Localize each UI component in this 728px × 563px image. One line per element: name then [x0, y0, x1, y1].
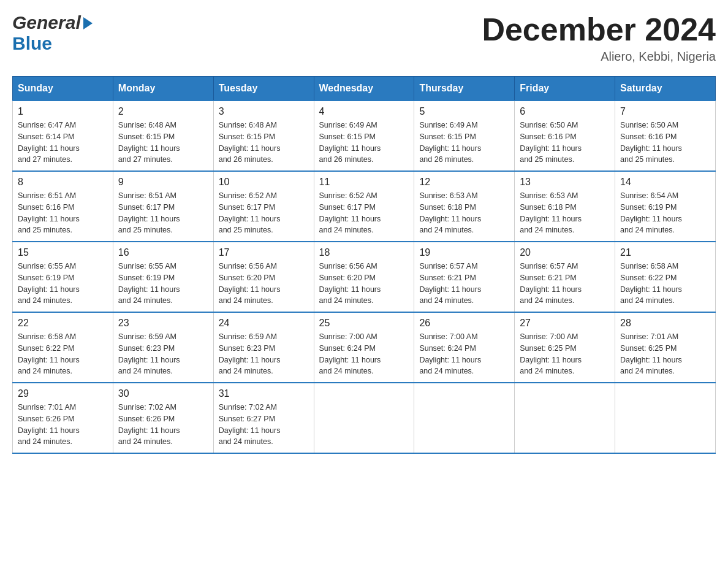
- day-info: Sunrise: 6:55 AM Sunset: 6:19 PM Dayligh…: [118, 261, 208, 307]
- day-info: Sunrise: 6:52 AM Sunset: 6:17 PM Dayligh…: [319, 190, 409, 236]
- calendar-week-row: 29 Sunrise: 7:01 AM Sunset: 6:26 PM Dayl…: [13, 383, 716, 453]
- day-number: 19: [419, 247, 509, 258]
- day-info: Sunrise: 6:54 AM Sunset: 6:19 PM Dayligh…: [620, 190, 710, 236]
- day-number: 10: [219, 177, 309, 188]
- day-number: 6: [520, 106, 610, 117]
- calendar-week-row: 15 Sunrise: 6:55 AM Sunset: 6:19 PM Dayl…: [13, 242, 716, 312]
- day-number: 28: [620, 318, 710, 329]
- header-thursday: Thursday: [414, 77, 515, 101]
- day-number: 5: [419, 106, 509, 117]
- table-row: 17 Sunrise: 6:56 AM Sunset: 6:20 PM Dayl…: [213, 242, 314, 312]
- day-info: Sunrise: 6:58 AM Sunset: 6:22 PM Dayligh…: [18, 331, 108, 377]
- table-row: 24 Sunrise: 6:59 AM Sunset: 6:23 PM Dayl…: [213, 312, 314, 383]
- day-number: 16: [118, 247, 208, 258]
- table-row: [515, 383, 615, 453]
- day-info: Sunrise: 6:51 AM Sunset: 6:16 PM Dayligh…: [18, 190, 108, 236]
- day-info: Sunrise: 6:52 AM Sunset: 6:17 PM Dayligh…: [219, 190, 309, 236]
- table-row: 18 Sunrise: 6:56 AM Sunset: 6:20 PM Dayl…: [314, 242, 414, 312]
- title-area: December 2024 Aliero, Kebbi, Nigeria: [482, 12, 716, 64]
- calendar-table: Sunday Monday Tuesday Wednesday Thursday…: [12, 76, 716, 454]
- day-number: 23: [118, 318, 208, 329]
- day-info: Sunrise: 6:58 AM Sunset: 6:22 PM Dayligh…: [620, 261, 710, 307]
- weekday-header-row: Sunday Monday Tuesday Wednesday Thursday…: [13, 77, 716, 101]
- day-info: Sunrise: 6:59 AM Sunset: 6:23 PM Dayligh…: [219, 331, 309, 377]
- logo: General Blue: [12, 12, 93, 54]
- day-number: 4: [319, 106, 409, 117]
- day-number: 20: [520, 247, 610, 258]
- table-row: 6 Sunrise: 6:50 AM Sunset: 6:16 PM Dayli…: [515, 101, 615, 171]
- month-title: December 2024: [482, 12, 716, 47]
- day-number: 9: [118, 177, 208, 188]
- day-number: 22: [18, 318, 108, 329]
- day-info: Sunrise: 6:56 AM Sunset: 6:20 PM Dayligh…: [319, 261, 409, 307]
- day-number: 24: [219, 318, 309, 329]
- table-row: 2 Sunrise: 6:48 AM Sunset: 6:15 PM Dayli…: [113, 101, 213, 171]
- table-row: [615, 383, 716, 453]
- location: Aliero, Kebbi, Nigeria: [482, 50, 716, 64]
- logo-general-text: General: [12, 12, 81, 33]
- table-row: 27 Sunrise: 7:00 AM Sunset: 6:25 PM Dayl…: [515, 312, 615, 383]
- header-wednesday: Wednesday: [314, 77, 414, 101]
- table-row: 10 Sunrise: 6:52 AM Sunset: 6:17 PM Dayl…: [213, 171, 314, 242]
- day-info: Sunrise: 6:57 AM Sunset: 6:21 PM Dayligh…: [520, 261, 610, 307]
- day-info: Sunrise: 6:51 AM Sunset: 6:17 PM Dayligh…: [118, 190, 208, 236]
- day-info: Sunrise: 7:00 AM Sunset: 6:24 PM Dayligh…: [419, 331, 509, 377]
- day-number: 7: [620, 106, 710, 117]
- day-number: 13: [520, 177, 610, 188]
- table-row: 14 Sunrise: 6:54 AM Sunset: 6:19 PM Dayl…: [615, 171, 716, 242]
- table-row: [414, 383, 515, 453]
- table-row: 31 Sunrise: 7:02 AM Sunset: 6:27 PM Dayl…: [213, 383, 314, 453]
- logo-blue-text: Blue: [12, 33, 52, 54]
- day-info: Sunrise: 6:57 AM Sunset: 6:21 PM Dayligh…: [419, 261, 509, 307]
- table-row: 30 Sunrise: 7:02 AM Sunset: 6:26 PM Dayl…: [113, 383, 213, 453]
- day-info: Sunrise: 6:49 AM Sunset: 6:15 PM Dayligh…: [419, 120, 509, 166]
- day-info: Sunrise: 6:59 AM Sunset: 6:23 PM Dayligh…: [118, 331, 208, 377]
- calendar-week-row: 1 Sunrise: 6:47 AM Sunset: 6:14 PM Dayli…: [13, 101, 716, 171]
- table-row: [314, 383, 414, 453]
- day-number: 14: [620, 177, 710, 188]
- day-info: Sunrise: 6:53 AM Sunset: 6:18 PM Dayligh…: [520, 190, 610, 236]
- table-row: 19 Sunrise: 6:57 AM Sunset: 6:21 PM Dayl…: [414, 242, 515, 312]
- table-row: 25 Sunrise: 7:00 AM Sunset: 6:24 PM Dayl…: [314, 312, 414, 383]
- day-number: 31: [219, 388, 309, 399]
- day-info: Sunrise: 6:48 AM Sunset: 6:15 PM Dayligh…: [219, 120, 309, 166]
- table-row: 22 Sunrise: 6:58 AM Sunset: 6:22 PM Dayl…: [13, 312, 113, 383]
- table-row: 28 Sunrise: 7:01 AM Sunset: 6:25 PM Dayl…: [615, 312, 716, 383]
- table-row: 12 Sunrise: 6:53 AM Sunset: 6:18 PM Dayl…: [414, 171, 515, 242]
- day-number: 2: [118, 106, 208, 117]
- table-row: 9 Sunrise: 6:51 AM Sunset: 6:17 PM Dayli…: [113, 171, 213, 242]
- day-number: 26: [419, 318, 509, 329]
- logo-arrow-icon: [83, 17, 93, 29]
- table-row: 23 Sunrise: 6:59 AM Sunset: 6:23 PM Dayl…: [113, 312, 213, 383]
- day-info: Sunrise: 6:53 AM Sunset: 6:18 PM Dayligh…: [419, 190, 509, 236]
- table-row: 5 Sunrise: 6:49 AM Sunset: 6:15 PM Dayli…: [414, 101, 515, 171]
- header-sunday: Sunday: [13, 77, 113, 101]
- calendar-week-row: 22 Sunrise: 6:58 AM Sunset: 6:22 PM Dayl…: [13, 312, 716, 383]
- day-number: 17: [219, 247, 309, 258]
- calendar-week-row: 8 Sunrise: 6:51 AM Sunset: 6:16 PM Dayli…: [13, 171, 716, 242]
- table-row: 11 Sunrise: 6:52 AM Sunset: 6:17 PM Dayl…: [314, 171, 414, 242]
- table-row: 20 Sunrise: 6:57 AM Sunset: 6:21 PM Dayl…: [515, 242, 615, 312]
- table-row: 3 Sunrise: 6:48 AM Sunset: 6:15 PM Dayli…: [213, 101, 314, 171]
- table-row: 26 Sunrise: 7:00 AM Sunset: 6:24 PM Dayl…: [414, 312, 515, 383]
- header-saturday: Saturday: [615, 77, 716, 101]
- table-row: 1 Sunrise: 6:47 AM Sunset: 6:14 PM Dayli…: [13, 101, 113, 171]
- day-info: Sunrise: 6:47 AM Sunset: 6:14 PM Dayligh…: [18, 120, 108, 166]
- page-header: General Blue December 2024 Aliero, Kebbi…: [12, 12, 716, 64]
- day-number: 30: [118, 388, 208, 399]
- table-row: 4 Sunrise: 6:49 AM Sunset: 6:15 PM Dayli…: [314, 101, 414, 171]
- day-number: 12: [419, 177, 509, 188]
- table-row: 29 Sunrise: 7:01 AM Sunset: 6:26 PM Dayl…: [13, 383, 113, 453]
- table-row: 7 Sunrise: 6:50 AM Sunset: 6:16 PM Dayli…: [615, 101, 716, 171]
- day-number: 15: [18, 247, 108, 258]
- day-number: 3: [219, 106, 309, 117]
- header-tuesday: Tuesday: [213, 77, 314, 101]
- day-info: Sunrise: 6:49 AM Sunset: 6:15 PM Dayligh…: [319, 120, 409, 166]
- day-number: 29: [18, 388, 108, 399]
- day-info: Sunrise: 6:56 AM Sunset: 6:20 PM Dayligh…: [219, 261, 309, 307]
- table-row: 21 Sunrise: 6:58 AM Sunset: 6:22 PM Dayl…: [615, 242, 716, 312]
- day-number: 8: [18, 177, 108, 188]
- day-info: Sunrise: 6:50 AM Sunset: 6:16 PM Dayligh…: [520, 120, 610, 166]
- day-number: 11: [319, 177, 409, 188]
- day-number: 27: [520, 318, 610, 329]
